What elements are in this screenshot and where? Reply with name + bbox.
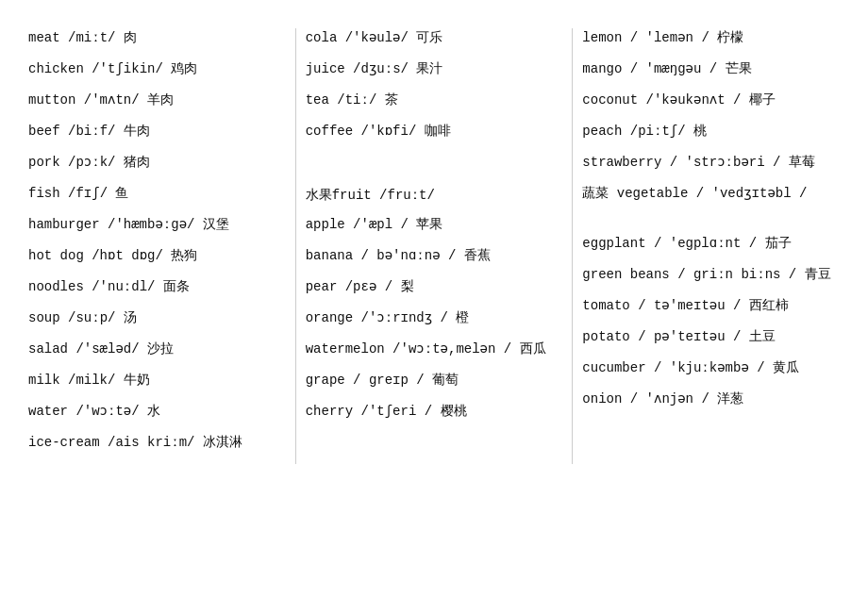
list-item: strawberry / 'strɔːbəri / 草莓 (582, 153, 840, 173)
list-item: chicken /'tʃikin/ 鸡肉 (28, 59, 286, 79)
list-item: orange /'ɔːrɪndʒ / 橙 (306, 308, 563, 328)
column-1: meat /miːt/ 肉chicken /'tʃikin/ 鸡肉mutton … (19, 28, 296, 464)
list-item: lemon / 'lemən / 柠檬 (582, 28, 840, 48)
list-item: juice /dʒuːs/ 果汁 (306, 59, 563, 79)
list-item: beef /biːf/ 牛肉 (28, 122, 286, 141)
list-item: soup /suːp/ 汤 (28, 308, 286, 328)
column-2: cola /'kəulə/ 可乐juice /dʒuːs/ 果汁tea /tiː… (296, 28, 574, 464)
list-item: meat /miːt/ 肉 (28, 28, 286, 48)
list-item: fish /fɪʃ/ 鱼 (28, 184, 286, 204)
section-header-fruit: 水果fruit /fruːt/ (306, 187, 563, 204)
list-item: potato / pə'teɪtəu / 土豆 (582, 327, 840, 347)
list-item: green beans / griːn biːns / 青豆 (582, 265, 840, 285)
list-item: pear /pεə / 梨 (306, 277, 563, 297)
list-item: banana / bə'nɑːnə / 香蕉 (306, 246, 563, 266)
list-item: water /'wɔːtə/ 水 (28, 402, 286, 422)
list-item: watermelon /'wɔːtə,melən / 西瓜 (306, 340, 563, 359)
list-item: cherry /'tʃeri / 樱桃 (306, 402, 563, 422)
main-layout: meat /miːt/ 肉chicken /'tʃikin/ 鸡肉mutton … (19, 28, 849, 464)
list-item: tea /tiː/ 茶 (306, 91, 563, 110)
list-item: coconut /'kəukənʌt / 椰子 (582, 91, 840, 110)
spacer (306, 153, 563, 172)
list-item: ice-cream /ais kriːm/ 冰淇淋 (28, 433, 286, 453)
list-item: 蔬菜 vegetable / 'vedʒɪtəbl / (582, 184, 840, 204)
list-item: coffee /'kɒfi/ 咖啡 (306, 122, 563, 141)
list-item: eggplant / 'egplɑːnt / 茄子 (582, 234, 840, 254)
list-item: cola /'kəulə/ 可乐 (306, 28, 563, 48)
list-item: tomato / tə'meɪtəu / 西红柿 (582, 296, 840, 316)
list-item: hamburger /'hæmbəːgə/ 汉堡 (28, 215, 286, 235)
list-item: pork /pɔːk/ 猪肉 (28, 153, 286, 173)
list-item: mango / 'mæŋgəu / 芒果 (582, 59, 840, 79)
list-item: salad /'sæləd/ 沙拉 (28, 340, 286, 359)
list-item: milk /milk/ 牛奶 (28, 371, 286, 390)
list-item: mutton /'mʌtn/ 羊肉 (28, 91, 286, 110)
list-item: onion / 'ʌnjən / 洋葱 (582, 390, 840, 409)
list-item: cucumber / 'kjuːkəmbə / 黄瓜 (582, 358, 840, 378)
list-item: hot dog /hɒt dɒg/ 热狗 (28, 246, 286, 266)
list-item: grape / greɪp / 葡萄 (306, 371, 563, 390)
list-item: peach /piːtʃ/ 桃 (582, 122, 840, 141)
spacer-2 (582, 215, 840, 234)
list-item: apple /'æpl / 苹果 (306, 215, 563, 235)
column-3: lemon / 'lemən / 柠檬mango / 'mæŋgəu / 芒果c… (573, 28, 849, 464)
list-item: noodles /'nuːdl/ 面条 (28, 277, 286, 297)
